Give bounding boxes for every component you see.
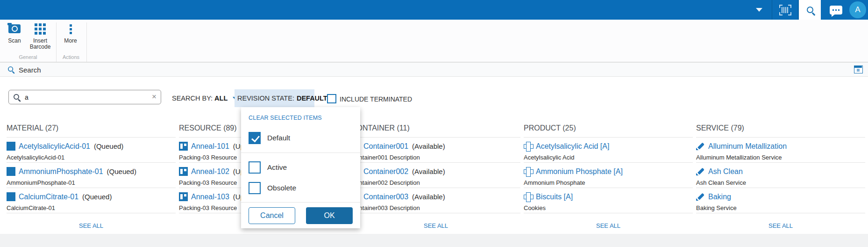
scan-button[interactable]: Scan bbox=[4, 22, 25, 44]
item-link[interactable]: Container001 bbox=[363, 142, 408, 151]
chat-button[interactable] bbox=[826, 0, 846, 20]
item-link[interactable]: Acetylsalicylic Acid [A] bbox=[536, 142, 609, 151]
cancel-button[interactable]: Cancel bbox=[249, 207, 295, 224]
item-description: Ammonium Phosphate bbox=[524, 179, 693, 186]
revision-state-value: DEFAULT bbox=[297, 94, 327, 102]
item-link[interactable]: Anneal-101 bbox=[191, 142, 229, 151]
result-item: Baking Baking Service bbox=[696, 188, 865, 213]
clear-selected-items-link[interactable]: CLEAR SELECTED ITEMS bbox=[249, 115, 353, 121]
item-description: AmmoniumPhosphate-01 bbox=[7, 179, 176, 186]
chat-icon bbox=[830, 6, 842, 15]
more-button[interactable]: More bbox=[60, 22, 81, 44]
include-terminated-checkbox[interactable] bbox=[327, 94, 336, 103]
more-menu-button[interactable] bbox=[751, 0, 767, 20]
column-items: AcetylsalicylicAcid-01 (Queued) Acetylsa… bbox=[7, 138, 176, 213]
item-description: Acetylsalicylic Acid bbox=[524, 154, 693, 161]
revision-options-secondary: Active Obsolete bbox=[249, 161, 353, 194]
material-icon bbox=[7, 167, 15, 176]
result-column: MATERIAL (27) AcetylsalicylicAcid-01 (Qu… bbox=[7, 118, 176, 229]
result-column: SERVICE (79) Alluminum Metallization All… bbox=[696, 118, 865, 229]
service-icon bbox=[696, 142, 705, 151]
item-description: Container001 Description bbox=[351, 154, 520, 161]
item-description: AcetylsalicylicAcid-01 bbox=[7, 154, 176, 161]
revision-state-panel: CLEAR SELECTED ITEMS Default Active Obso… bbox=[241, 107, 360, 228]
search-by-label: SEARCH BY: bbox=[172, 94, 213, 102]
ok-button[interactable]: OK bbox=[306, 207, 353, 224]
item-link[interactable]: Anneal-103 bbox=[191, 193, 229, 201]
topbar-separator bbox=[772, 0, 772, 20]
revision-option[interactable]: Active bbox=[249, 161, 353, 174]
item-link[interactable]: Ammonium Phosphate [A] bbox=[536, 167, 623, 176]
insert-barcode-button-label: Insert Barcode bbox=[30, 37, 51, 50]
panel-divider bbox=[241, 153, 360, 153]
revision-state-dropdown[interactable]: REVISION STATE: DEFAULT bbox=[235, 89, 314, 107]
item-status: (Queued) bbox=[94, 142, 123, 150]
see-all-link[interactable]: SEE ALL bbox=[351, 213, 520, 229]
item-link[interactable]: Ash Clean bbox=[708, 167, 743, 176]
item-link[interactable]: AcetylsalicylicAcid-01 bbox=[19, 142, 90, 151]
revision-option-label: Active bbox=[267, 163, 287, 172]
search-by-dropdown[interactable]: SEARCH BY: ALL bbox=[172, 94, 237, 102]
item-status: (Queued) bbox=[107, 167, 136, 175]
item-description: Cookies bbox=[524, 204, 693, 211]
column-header: CONTAINER (11) bbox=[351, 118, 520, 138]
clear-search-icon[interactable]: × bbox=[152, 92, 157, 102]
camera-icon bbox=[8, 24, 21, 33]
search-tab-button[interactable] bbox=[799, 0, 821, 20]
chevron-down-icon bbox=[756, 8, 762, 12]
avatar[interactable]: A bbox=[849, 1, 866, 18]
search-input-box: × bbox=[8, 90, 161, 104]
resource-icon bbox=[179, 142, 188, 151]
checkbox-icon[interactable] bbox=[249, 161, 261, 174]
search-content: × SEARCH BY: ALL REVISION STATE: DEFAULT… bbox=[0, 77, 868, 234]
product-icon bbox=[524, 142, 533, 151]
insert-barcode-button[interactable]: Insert Barcode bbox=[26, 22, 54, 50]
item-description: Baking Service bbox=[696, 204, 865, 211]
column-items: Alluminum Metallization Alluminum Metall… bbox=[696, 138, 865, 213]
result-item: Acetylsalicylic Acid [A] Acetylsalicylic… bbox=[524, 138, 693, 163]
material-icon bbox=[7, 142, 15, 151]
item-link[interactable]: CalciumCitrate-01 bbox=[19, 193, 78, 201]
item-link[interactable]: Container003 bbox=[363, 193, 408, 201]
barcode-icon bbox=[778, 4, 792, 16]
search-panel-header: Search bbox=[0, 62, 868, 77]
item-link[interactable]: Biscuits [A] bbox=[536, 193, 573, 201]
ribbon-group-actions: Actions bbox=[52, 54, 90, 60]
result-column: PRODUCT (25) Acetylsalicylic Acid [A] Ac… bbox=[524, 118, 693, 229]
popout-window-icon[interactable] bbox=[854, 65, 863, 73]
revision-option-label: Default bbox=[267, 134, 290, 142]
item-status: (Available) bbox=[412, 193, 445, 201]
result-item: Biscuits [A] Cookies bbox=[524, 188, 693, 213]
insert-barcode-icon bbox=[35, 23, 37, 26]
checkbox-icon[interactable] bbox=[249, 182, 261, 194]
item-description: Container002 Description bbox=[351, 179, 520, 186]
item-status: (Queued) bbox=[82, 193, 112, 201]
item-description: Ash Clean Service bbox=[696, 179, 865, 186]
see-all-link[interactable]: SEE ALL bbox=[696, 213, 865, 229]
column-items: Container001 (Available) Container001 De… bbox=[351, 138, 520, 213]
revision-option[interactable]: Obsolete bbox=[249, 182, 353, 194]
item-link[interactable]: Container002 bbox=[363, 167, 408, 176]
search-input[interactable] bbox=[25, 91, 146, 103]
item-link[interactable]: Anneal-102 bbox=[191, 167, 229, 176]
item-link[interactable]: Alluminum Metallization bbox=[708, 142, 787, 151]
see-all-link[interactable]: SEE ALL bbox=[524, 213, 693, 229]
result-item: CalciumCitrate-01 (Queued) CalciumCitrat… bbox=[7, 188, 176, 213]
product-icon bbox=[524, 167, 533, 176]
result-item: Ammonium Phosphate [A] Ammonium Phosphat… bbox=[524, 163, 693, 188]
barcode-scanner-button[interactable] bbox=[776, 0, 795, 20]
item-link[interactable]: Baking bbox=[708, 193, 731, 201]
revision-option[interactable]: Default bbox=[249, 132, 353, 144]
item-link[interactable]: AmmoniumPhosphate-01 bbox=[19, 167, 103, 176]
revision-state-label: REVISION STATE: bbox=[237, 94, 294, 102]
service-icon bbox=[696, 192, 705, 201]
column-header: MATERIAL (27) bbox=[7, 118, 176, 138]
checkbox-icon[interactable] bbox=[249, 132, 261, 144]
topbar-separator bbox=[798, 0, 798, 20]
see-all-link[interactable]: SEE ALL bbox=[7, 213, 176, 229]
service-icon bbox=[696, 167, 705, 176]
item-status: (Available) bbox=[412, 167, 445, 175]
column-items: Acetylsalicylic Acid [A] Acetylsalicylic… bbox=[524, 138, 693, 213]
resource-icon bbox=[179, 192, 188, 201]
result-item: AcetylsalicylicAcid-01 (Queued) Acetylsa… bbox=[7, 138, 176, 163]
